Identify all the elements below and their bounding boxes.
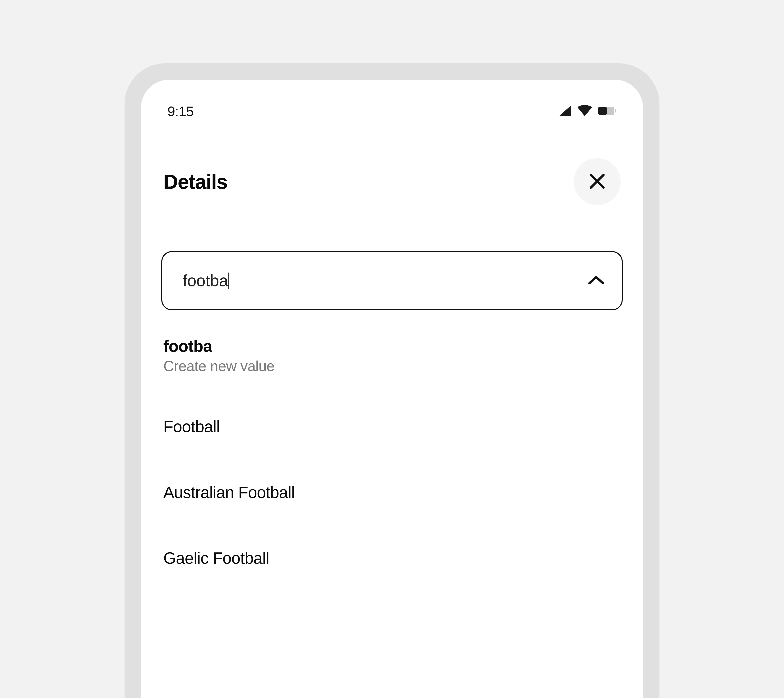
phone-frame: 9:15	[125, 63, 659, 698]
search-input[interactable]: footba	[183, 271, 229, 290]
list-item[interactable]: Gaelic Football	[161, 549, 623, 568]
header-row: Details	[161, 158, 623, 205]
status-icons	[558, 105, 617, 117]
create-new-option[interactable]: footba Create new value	[161, 337, 623, 374]
close-icon	[588, 172, 606, 191]
page-title: Details	[163, 170, 227, 194]
text-caret	[228, 273, 229, 289]
battery-icon	[598, 106, 617, 116]
svg-rect-2	[615, 109, 616, 112]
search-combobox[interactable]: footba	[161, 251, 623, 310]
create-new-subtitle: Create new value	[163, 358, 621, 374]
phone-screen: 9:15	[141, 80, 643, 698]
close-button[interactable]	[574, 158, 621, 205]
status-time: 9:15	[167, 103, 194, 119]
list-item[interactable]: Australian Football	[161, 483, 623, 502]
list-item[interactable]: Football	[161, 417, 623, 436]
chevron-up-icon	[587, 275, 605, 286]
create-new-title: footba	[163, 337, 621, 356]
search-input-value: footba	[183, 271, 228, 290]
cellular-icon	[558, 105, 571, 117]
svg-rect-1	[598, 107, 607, 115]
wifi-icon	[577, 105, 593, 117]
status-bar: 9:15	[161, 102, 623, 120]
